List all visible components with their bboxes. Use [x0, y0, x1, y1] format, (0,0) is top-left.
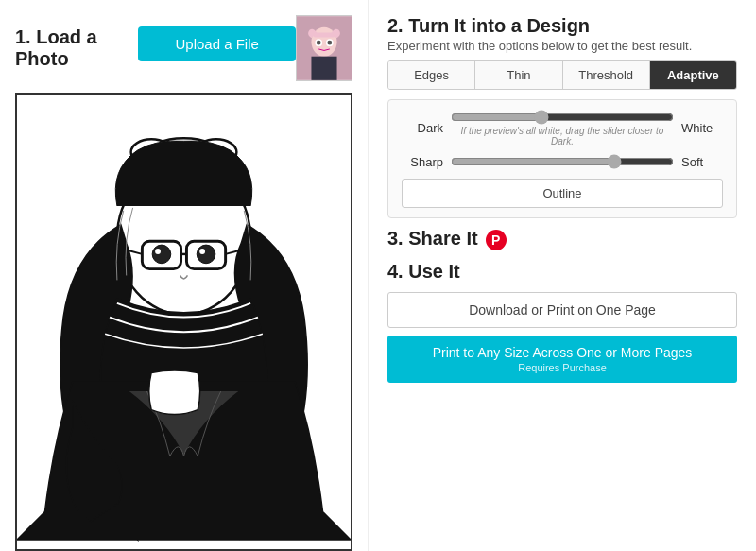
sharp-label: Sharp	[402, 155, 443, 169]
step3-section: 3. Share It P	[387, 228, 737, 251]
step4-title: 4. Use It	[387, 261, 737, 283]
white-label: White	[681, 121, 723, 135]
step2-title: 2. Turn It into a Design	[387, 15, 737, 37]
tab-thin[interactable]: Thin	[475, 61, 562, 89]
svg-point-21	[155, 249, 161, 254]
main-preview	[15, 93, 352, 551]
svg-point-19	[152, 245, 171, 264]
outline-button[interactable]: Outline	[402, 179, 723, 208]
step4-section: 4. Use It Download or Print on One Page …	[387, 261, 737, 383]
step2-subtitle: Experiment with the options below to get…	[387, 39, 737, 53]
tab-threshold[interactable]: Threshold	[563, 61, 650, 89]
svg-point-6	[327, 41, 332, 45]
tab-edges[interactable]: Edges	[388, 61, 475, 89]
dark-label: Dark	[402, 121, 443, 135]
step3-title: 3. Share It	[387, 228, 478, 250]
pinterest-icon[interactable]: P	[486, 230, 507, 250]
svg-rect-7	[313, 33, 335, 38]
left-panel: 1. Load a Photo Upload a File	[0, 0, 369, 551]
sharp-slider[interactable]	[451, 154, 674, 169]
right-panel: 2. Turn It into a Design Experiment with…	[369, 0, 756, 551]
upload-button[interactable]: Upload a File	[138, 26, 296, 61]
step1-title: 1. Load a Photo	[15, 26, 123, 70]
print-btn-label: Print to Any Size Across One or More Pag…	[433, 345, 693, 360]
svg-point-5	[317, 41, 321, 45]
print-button[interactable]: Print to Any Size Across One or More Pag…	[387, 336, 737, 383]
dark-hint: If the preview's all white, drag the sli…	[451, 126, 674, 146]
sharp-slider-row: Sharp Soft	[402, 154, 723, 169]
thumbnail-preview	[296, 15, 352, 81]
svg-point-20	[197, 245, 215, 264]
slider-section: Dark If the preview's all white, drag th…	[387, 99, 737, 218]
download-button[interactable]: Download or Print on One Page	[387, 292, 737, 328]
dark-slider-row: Dark If the preview's all white, drag th…	[402, 110, 723, 146]
dark-slider-wrapper: If the preview's all white, drag the sli…	[451, 110, 674, 146]
soft-label: Soft	[681, 155, 723, 169]
print-btn-sub: Requires Purchase	[387, 362, 737, 373]
tab-adaptive[interactable]: Adaptive	[650, 61, 736, 89]
filter-tab-bar: Edges Thin Threshold Adaptive	[387, 60, 737, 90]
step1-header: 1. Load a Photo Upload a File	[15, 15, 352, 81]
step2-section: 2. Turn It into a Design Experiment with…	[387, 15, 737, 218]
dark-slider[interactable]	[451, 110, 674, 125]
sharp-slider-wrapper	[451, 154, 674, 169]
svg-point-22	[199, 249, 205, 254]
svg-rect-2	[311, 57, 336, 80]
